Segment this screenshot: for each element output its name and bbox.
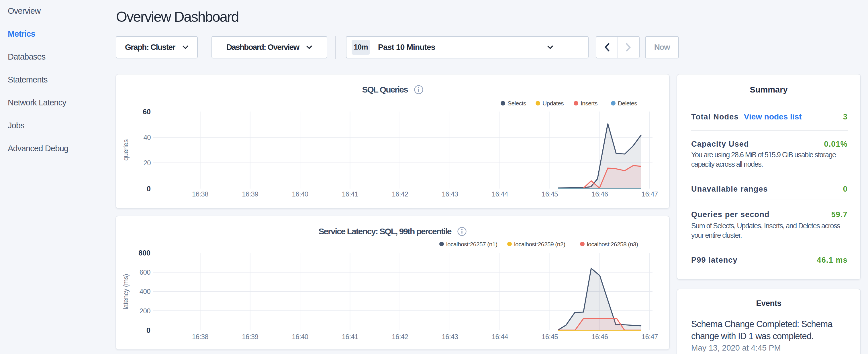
svg-text:800: 800 bbox=[138, 249, 150, 257]
svg-text:16:38: 16:38 bbox=[192, 190, 208, 198]
svg-text:latency (ms): latency (ms) bbox=[122, 274, 129, 309]
svg-text:localhost:26259 (n2): localhost:26259 (n2) bbox=[514, 240, 565, 247]
svg-text:16:44: 16:44 bbox=[492, 190, 508, 198]
svg-text:16:44: 16:44 bbox=[492, 333, 508, 341]
svg-text:queries: queries bbox=[122, 139, 129, 161]
svg-text:16:46: 16:46 bbox=[591, 190, 608, 198]
svg-text:Deletes: Deletes bbox=[618, 100, 637, 106]
svg-text:400: 400 bbox=[140, 288, 150, 295]
svg-text:16:45: 16:45 bbox=[541, 190, 558, 198]
svg-text:16:43: 16:43 bbox=[442, 190, 458, 198]
svg-text:40: 40 bbox=[144, 133, 151, 141]
svg-text:16:46: 16:46 bbox=[591, 333, 608, 341]
svg-text:16:39: 16:39 bbox=[242, 333, 258, 341]
svg-text:600: 600 bbox=[140, 268, 150, 276]
svg-text:16:43: 16:43 bbox=[442, 333, 458, 341]
svg-text:Updates: Updates bbox=[542, 100, 564, 106]
svg-text:20: 20 bbox=[144, 159, 151, 167]
svg-text:200: 200 bbox=[140, 307, 150, 315]
svg-text:Inserts: Inserts bbox=[581, 100, 597, 106]
svg-text:localhost:26258 (n3): localhost:26258 (n3) bbox=[587, 240, 638, 247]
svg-text:16:42: 16:42 bbox=[392, 333, 408, 341]
svg-text:16:45: 16:45 bbox=[541, 333, 558, 341]
svg-text:16:39: 16:39 bbox=[242, 190, 258, 198]
svg-text:16:41: 16:41 bbox=[342, 190, 358, 198]
svg-text:16:42: 16:42 bbox=[392, 190, 408, 198]
svg-text:16:40: 16:40 bbox=[292, 190, 308, 198]
svg-text:16:40: 16:40 bbox=[292, 333, 308, 341]
svg-text:Selects: Selects bbox=[507, 100, 526, 106]
svg-text:60: 60 bbox=[143, 107, 151, 116]
svg-text:16:38: 16:38 bbox=[192, 333, 208, 341]
svg-text:16:41: 16:41 bbox=[342, 333, 358, 341]
svg-text:0: 0 bbox=[147, 185, 151, 192]
svg-text:0: 0 bbox=[147, 326, 150, 334]
svg-text:16:47: 16:47 bbox=[642, 333, 658, 341]
svg-text:localhost:26257 (n1): localhost:26257 (n1) bbox=[446, 240, 497, 247]
svg-text:16:47: 16:47 bbox=[642, 190, 658, 198]
